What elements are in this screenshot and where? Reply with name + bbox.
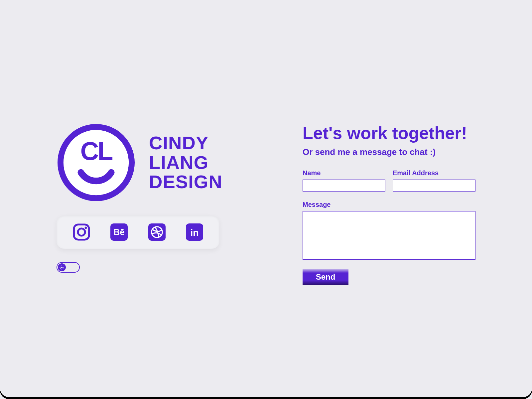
svg-rect-6 bbox=[148, 223, 166, 241]
logo-badge: CL bbox=[57, 123, 136, 202]
send-button[interactable]: Send bbox=[303, 269, 348, 285]
logo-letters: CL bbox=[80, 137, 112, 165]
svg-line-16 bbox=[63, 268, 63, 269]
dribbble-icon[interactable] bbox=[148, 223, 166, 241]
sun-icon bbox=[58, 263, 66, 271]
message-label: Message bbox=[303, 201, 475, 208]
contact-headline: Let's work together! bbox=[303, 123, 475, 143]
name-label: Name bbox=[303, 169, 385, 177]
instagram-icon[interactable] bbox=[72, 223, 90, 241]
svg-point-10 bbox=[61, 267, 63, 268]
email-label: Email Address bbox=[393, 169, 475, 177]
brand-line-2: LIANG bbox=[149, 153, 222, 173]
contact-subhead: Or send me a message to chat :) bbox=[303, 147, 475, 157]
svg-line-18 bbox=[63, 266, 63, 266]
name-input[interactable] bbox=[303, 180, 385, 192]
brand-line-1: CINDY bbox=[149, 133, 222, 153]
svg-line-15 bbox=[60, 266, 61, 266]
svg-text:Bē: Bē bbox=[114, 227, 125, 237]
behance-icon[interactable]: Bē bbox=[110, 223, 128, 241]
left-column: CL CINDY LIANG DESIGN bbox=[57, 123, 229, 399]
svg-rect-1 bbox=[74, 224, 89, 240]
linkedin-icon[interactable]: in bbox=[186, 223, 204, 241]
message-input[interactable] bbox=[303, 211, 475, 260]
contact-section: Let's work together! Or send me a messag… bbox=[303, 123, 475, 399]
svg-point-3 bbox=[84, 227, 87, 229]
theme-toggle[interactable] bbox=[57, 262, 80, 273]
svg-text:in: in bbox=[191, 227, 199, 238]
email-input[interactable] bbox=[393, 180, 475, 192]
brand-row: CL CINDY LIANG DESIGN bbox=[57, 123, 229, 202]
svg-point-2 bbox=[78, 228, 85, 236]
social-bar: Bē in bbox=[57, 215, 219, 249]
brand-name: CINDY LIANG DESIGN bbox=[149, 133, 222, 192]
svg-line-17 bbox=[60, 268, 61, 269]
brand-line-3: DESIGN bbox=[149, 172, 222, 192]
